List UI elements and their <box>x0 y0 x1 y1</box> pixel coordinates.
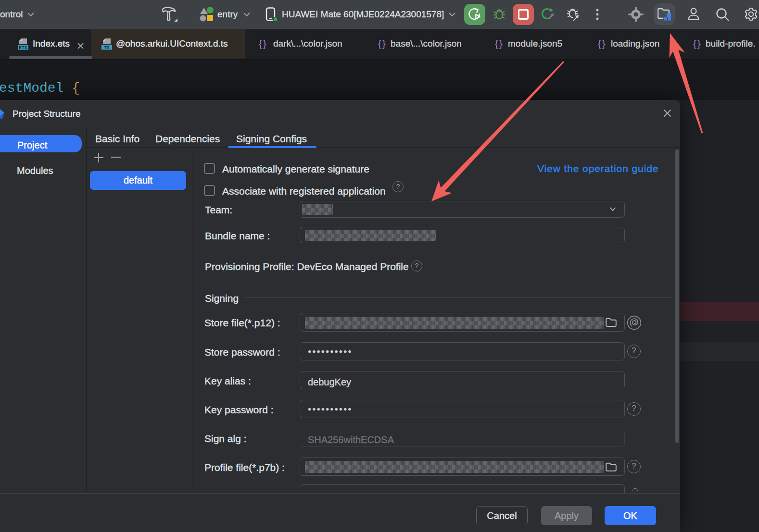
svg-text:ETS: ETS <box>19 45 27 50</box>
svg-text:TS: TS <box>104 45 110 50</box>
